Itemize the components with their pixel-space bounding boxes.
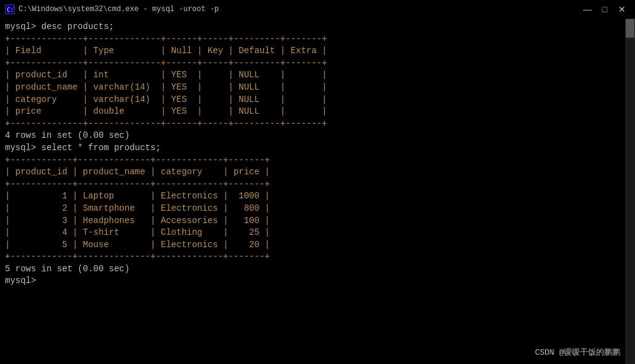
terminal-content: mysql> desc products;+--------------+---…: [0, 19, 635, 364]
terminal-line: | 3 | Headphones | Accessories | 100 |: [5, 215, 630, 227]
terminal-line: +--------------+--------------+------+--…: [5, 33, 630, 46]
titlebar: C:\ C:\Windows\system32\cmd.exe - mysql …: [0, 0, 635, 19]
terminal-line: +--------------+--------------+------+--…: [5, 57, 630, 70]
terminal-line: mysql> select * from products;: [5, 142, 630, 154]
terminal-line: | product_id | product_name | category |…: [5, 166, 630, 179]
terminal-line: mysql> desc products;: [5, 21, 630, 33]
terminal-line: | product_id | int | YES | | NULL | |: [5, 69, 630, 82]
minimize-button[interactable]: —: [579, 3, 595, 15]
terminal-line: | 5 | Mouse | Electronics | 20 |: [5, 239, 630, 252]
scrollbar-thumb[interactable]: [626, 19, 634, 38]
terminal-line: +------------+--------------+-----------…: [5, 154, 630, 167]
terminal-line: | price | double | YES | | NULL | |: [5, 106, 630, 118]
close-button[interactable]: ✕: [614, 3, 630, 15]
terminal-line: | 4 | T-shirt | Clothing | 25 |: [5, 227, 630, 239]
scrollbar[interactable]: [625, 19, 635, 364]
terminal-line: | Field | Type | Null | Key | Default | …: [5, 45, 630, 57]
watermark: CSDN @嗳嗳干饭的鹏鹏: [535, 347, 620, 358]
terminal-output: mysql> desc products;+--------------+---…: [5, 21, 630, 287]
titlebar-left: C:\ C:\Windows\system32\cmd.exe - mysql …: [5, 4, 219, 14]
terminal-line: +------------+--------------+-----------…: [5, 251, 630, 263]
terminal-line: | 2 | Smartphone | Electronics | 800 |: [5, 203, 630, 215]
cmd-icon: C:\: [5, 4, 15, 14]
terminal-line: 5 rows in set (0.00 sec): [5, 263, 630, 276]
maximize-button[interactable]: □: [597, 3, 613, 15]
terminal-line: +--------------+--------------+------+--…: [5, 118, 630, 130]
terminal-line: mysql>: [5, 275, 630, 287]
terminal-line: | category | varchar(14) | YES | | NULL …: [5, 94, 630, 106]
titlebar-controls: — □ ✕: [579, 3, 630, 15]
terminal-line: +------------+--------------+-----------…: [5, 179, 630, 191]
window-title: C:\Windows\system32\cmd.exe - mysql -uro…: [19, 5, 219, 14]
svg-text:C:\: C:\: [7, 7, 14, 13]
terminal-line: | product_name | varchar(14) | YES | | N…: [5, 82, 630, 94]
terminal-line: | 1 | Laptop | Electronics | 1000 |: [5, 190, 630, 203]
terminal-line: 4 rows in set (0.00 sec): [5, 130, 630, 142]
